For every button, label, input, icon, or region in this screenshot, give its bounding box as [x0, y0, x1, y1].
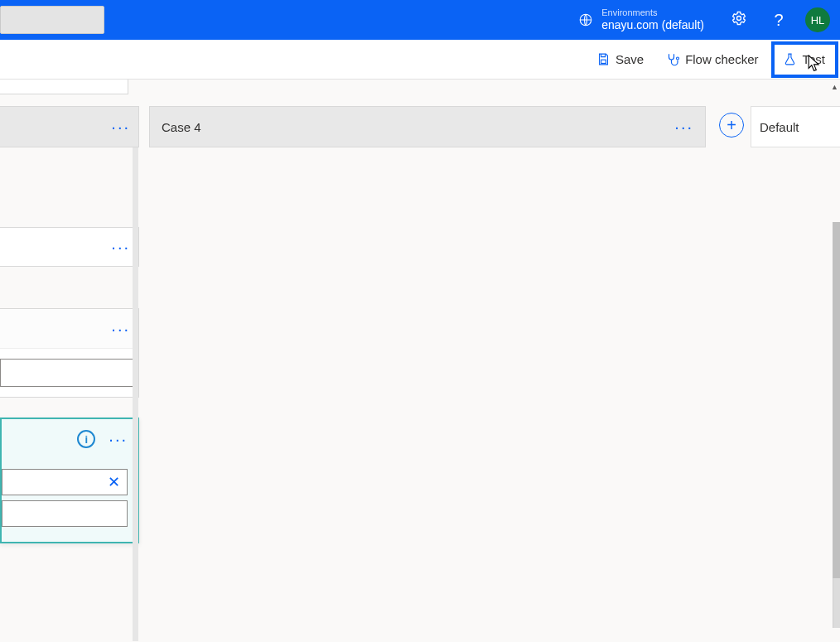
- default-label: Default: [760, 120, 799, 134]
- flow-checker-button[interactable]: Flow checker: [657, 47, 766, 72]
- help-icon: ?: [774, 11, 783, 30]
- search-input[interactable]: [0, 6, 104, 34]
- svg-point-1: [737, 17, 741, 21]
- help-button[interactable]: ?: [765, 7, 792, 33]
- scroll-up-icon[interactable]: ▲: [831, 83, 838, 91]
- environment-name: enayu.com (default): [601, 18, 704, 32]
- info-icon: i: [77, 430, 95, 448]
- flow-checker-label: Flow checker: [685, 52, 758, 66]
- test-button[interactable]: Test: [771, 41, 838, 78]
- save-label: Save: [616, 52, 644, 66]
- input-field[interactable]: [0, 359, 133, 387]
- environment-selector[interactable]: Environments enayu.com (default): [578, 7, 704, 32]
- globe-icon: [578, 12, 593, 27]
- left-card-stack: ··· ··· ··· i ··· ✕: [0, 106, 139, 543]
- svg-point-3: [677, 57, 679, 60]
- gear-icon: [731, 10, 747, 30]
- environment-text: Environments enayu.com (default): [601, 7, 704, 32]
- header-right: Environments enayu.com (default) ? HL: [578, 7, 830, 33]
- flask-icon: [783, 52, 797, 66]
- header-left: [0, 6, 104, 34]
- save-button[interactable]: Save: [588, 47, 652, 71]
- partial-card-top: [0, 80, 128, 94]
- input-field[interactable]: [2, 500, 128, 527]
- action-card-partial-1[interactable]: ···: [0, 227, 139, 267]
- svg-rect-2: [601, 60, 606, 63]
- condition-card-partial[interactable]: i ··· ✕: [0, 418, 139, 543]
- case-4-card[interactable]: Case 4 ···: [149, 106, 706, 147]
- save-icon: [596, 52, 611, 66]
- action-card-partial-2[interactable]: ···: [0, 308, 139, 398]
- settings-button[interactable]: [726, 7, 752, 33]
- close-icon[interactable]: ✕: [108, 473, 120, 491]
- divider: [133, 147, 138, 641]
- action-toolbar: Save Flow checker Test Test: [0, 40, 840, 80]
- condition-card-header: i ···: [2, 419, 138, 459]
- input-field[interactable]: ✕: [2, 469, 128, 495]
- scrollbar-thumb[interactable]: [833, 222, 840, 578]
- app-header: Environments enayu.com (default) ? HL: [0, 0, 840, 40]
- default-case-card[interactable]: Default: [751, 106, 840, 147]
- add-case-button[interactable]: +: [719, 113, 744, 138]
- case-label: Case 4: [162, 120, 201, 134]
- stethoscope-icon: [665, 52, 680, 67]
- case-card-header-partial[interactable]: ···: [0, 106, 139, 147]
- test-label: Test: [802, 52, 825, 66]
- flow-canvas[interactable]: ··· ··· ··· i ··· ✕ Case 4: [0, 80, 840, 642]
- plus-icon: +: [727, 116, 736, 135]
- avatar-initials: HL: [811, 14, 825, 27]
- action-card-header: ···: [0, 309, 138, 349]
- environment-label: Environments: [601, 7, 704, 18]
- condition-body: ✕: [2, 459, 138, 542]
- avatar[interactable]: HL: [805, 7, 830, 32]
